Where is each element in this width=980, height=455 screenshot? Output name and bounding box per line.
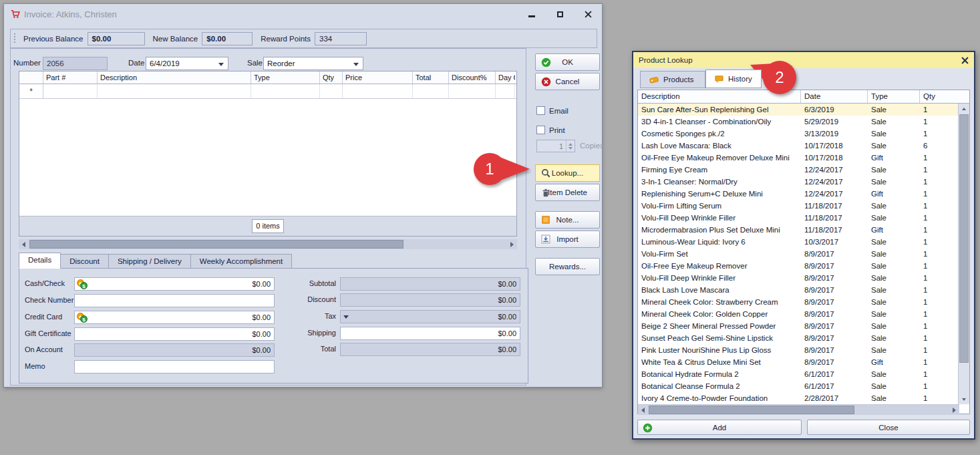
close-button[interactable] [579, 8, 597, 20]
cell: Sale [868, 260, 920, 272]
close-button-lookup[interactable]: Close [807, 420, 970, 435]
credit-card-field[interactable]: $0.00 [74, 311, 275, 324]
table-row[interactable]: Mineral Cheek Color: Strawberry Cream8/9… [638, 296, 958, 308]
import-button[interactable]: Import [535, 231, 600, 248]
table-row[interactable]: Botanical Hydrate Formula 26/1/2017Sale1 [638, 368, 958, 380]
grid-col-daycount[interactable]: Day Co [496, 71, 515, 84]
table-row[interactable]: Black Lash Love Mascara8/9/2017Sale1 [638, 284, 958, 296]
item-delete-button[interactable]: Item Delete [535, 184, 600, 201]
table-row[interactable]: 3D 4-in-1 Cleanser - Combination/Oily5/2… [638, 116, 958, 128]
table-row[interactable]: Ivory 4 Creme-to-Powder Foundation2/28/2… [638, 392, 958, 404]
cash-check-field[interactable]: $0.00 [74, 277, 275, 291]
chevron-down-icon[interactable] [353, 63, 359, 66]
minimize-button[interactable] [523, 8, 540, 20]
invoice-grid-hscrollbar[interactable] [19, 239, 517, 249]
scroll-down-icon[interactable] [959, 394, 969, 404]
table-row[interactable]: Volu-Firm Set8/9/2017Sale1 [638, 248, 958, 260]
ok-button[interactable]: OK [535, 53, 600, 71]
memo-field[interactable] [74, 360, 275, 373]
chevron-down-icon[interactable] [218, 63, 224, 66]
cell: Sale [868, 368, 920, 380]
history-table-hscrollbar[interactable] [638, 404, 959, 415]
sale-combobox[interactable]: Reorder [263, 57, 363, 70]
table-row[interactable]: Mineral Cheek Color: Golden Copper8/9/20… [638, 308, 958, 320]
shipping-field[interactable]: $0.00 [340, 327, 520, 340]
tab-shipping-delivery[interactable]: Shipping / Delivery [109, 254, 191, 269]
table-row[interactable]: Sunset Peach Gel Semi-Shine Lipstick8/9/… [638, 332, 958, 344]
cell: 10/3/2017 [801, 236, 868, 248]
scroll-right-icon[interactable] [949, 405, 959, 415]
table-row[interactable]: Volu-Firm Lifting Serum11/18/2017Sale1 [638, 200, 958, 212]
table-row[interactable]: White Tea & Citrus Deluxe Mini Set8/9/20… [638, 356, 958, 368]
cell: Volu-Firm Set [638, 248, 801, 260]
lookup-button[interactable]: Lookup... [535, 164, 600, 182]
table-row[interactable]: Lash Love Mascara: Black10/17/2018Sale6 [638, 140, 958, 152]
grid-col-price[interactable]: Price [343, 71, 413, 84]
scroll-left-icon[interactable] [19, 239, 29, 249]
close-button[interactable] [959, 55, 970, 65]
table-row[interactable]: Replenishing Serum+C Deluxe Mini12/24/20… [638, 188, 958, 200]
table-row[interactable]: Cosmetic Sponges pk./23/13/2019Sale1 [638, 128, 958, 140]
table-row[interactable]: 3-In-1 Cleanser: Normal/Dry12/24/2017Sal… [638, 176, 958, 188]
note-button[interactable]: Note... [535, 211, 600, 229]
cancel-button[interactable]: Cancel [535, 73, 600, 90]
tab-details[interactable]: Details [19, 253, 61, 269]
table-row[interactable]: Volu-Fill Deep Wrinkle Filler8/9/2017Sal… [638, 272, 958, 284]
tab-discount[interactable]: Discount [61, 254, 109, 269]
maximize-button[interactable] [551, 8, 568, 20]
table-row[interactable]: Luminous-Wear Liquid: Ivory 610/3/2017Sa… [638, 236, 958, 248]
scroll-thumb[interactable] [649, 406, 854, 414]
table-row[interactable]: Sun Care After-Sun Replenishing Gel6/3/2… [638, 104, 958, 116]
table-row[interactable]: Beige 2 Sheer Mineral Pressed Powder8/9/… [638, 320, 958, 332]
scroll-right-icon[interactable] [507, 239, 517, 249]
cell: 1 [920, 344, 957, 356]
scroll-thumb[interactable] [29, 240, 403, 249]
scroll-left-icon[interactable] [638, 405, 648, 415]
table-row[interactable]: Volu-Fill Deep Wrinkle Filler11/18/2017S… [638, 212, 958, 224]
checkbox-icon[interactable] [536, 106, 545, 115]
lookup-titlebar[interactable]: Product Lookup [633, 52, 974, 68]
grid-col-qty[interactable]: Qty [320, 71, 343, 84]
previous-balance-value: $0.00 [88, 32, 145, 45]
import-icon [541, 235, 550, 244]
print-checkbox[interactable]: Print [536, 126, 565, 134]
date-combobox[interactable]: 6/4/2019 [146, 57, 228, 70]
cell: Gift [868, 356, 920, 368]
invoice-titlebar[interactable]: Invoice: Atkins, Christen [4, 4, 602, 24]
cell: 3D 4-in-1 Cleanser - Combination/Oily [638, 116, 801, 128]
table-row[interactable]: Pink Luster NouriShine Plus Lip Gloss8/9… [638, 344, 958, 356]
table-row[interactable]: Firming Eye Cream12/24/2017Sale1 [638, 164, 958, 176]
add-button[interactable]: Add [637, 420, 802, 435]
grid-new-row[interactable]: * [19, 84, 516, 99]
cell: Pink Luster NouriShine Plus Lip Gloss [638, 344, 801, 356]
email-checkbox[interactable]: Email [536, 106, 568, 115]
table-row[interactable]: Oil-Free Eye Makeup Remover Deluxe Mini1… [638, 152, 958, 164]
grid-col-part[interactable]: Part # [43, 71, 98, 84]
table-row[interactable]: Microdermabrasion Plus Set Deluxe Mini11… [638, 224, 958, 236]
col-date[interactable]: Date [801, 90, 868, 103]
checkbox-icon[interactable] [536, 126, 545, 134]
rewards-button[interactable]: Rewards... [535, 258, 600, 275]
number-label: Number [13, 59, 41, 67]
table-row[interactable]: Oil-Free Eye Makeup Remover8/9/2017Sale1 [638, 260, 958, 272]
col-qty[interactable]: Qty [920, 90, 957, 103]
cell: Sale [868, 320, 920, 332]
grid-col-discount[interactable]: Discount% [449, 71, 496, 84]
gift-certificate-field[interactable]: $0.00 [74, 327, 275, 341]
toolbar-grip[interactable] [13, 33, 17, 44]
check-number-field[interactable] [74, 294, 275, 307]
scroll-thumb[interactable] [959, 114, 969, 363]
grid-col-type[interactable]: Type [251, 71, 320, 84]
tab-products[interactable]: Products [640, 71, 705, 88]
col-type[interactable]: Type [868, 90, 920, 103]
scroll-up-icon[interactable] [959, 104, 969, 114]
tab-weekly-accomplishment[interactable]: Weekly Accomplishment [191, 254, 292, 269]
history-table-vscrollbar[interactable] [958, 104, 969, 404]
tab-history[interactable]: History [705, 69, 762, 88]
grid-col-total[interactable]: Total [413, 71, 449, 84]
tax-dropdown-icon[interactable] [343, 315, 349, 319]
grid-col-description[interactable]: Description [98, 71, 251, 84]
product-lookup-window: Product Lookup Products History Descript… [632, 51, 975, 440]
table-row[interactable]: Botanical Cleanse Formula 26/1/2017Sale1 [638, 380, 958, 392]
invoice-grid-header: Part # Description Type Qty Price Total … [19, 71, 516, 84]
